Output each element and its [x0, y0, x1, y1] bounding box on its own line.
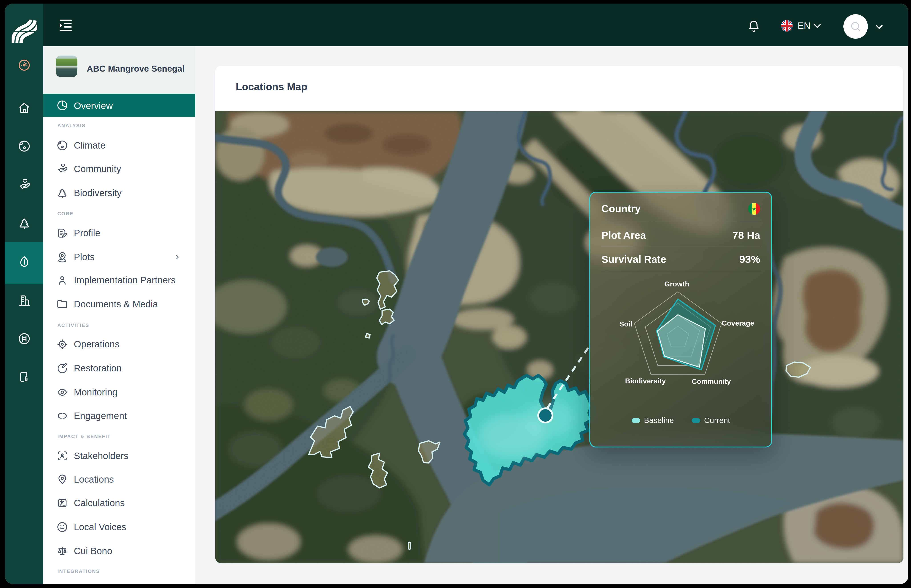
svg-text:Coverage: Coverage: [722, 319, 754, 327]
svg-text:Biodiversity: Biodiversity: [625, 377, 665, 385]
svg-text:Soil: Soil: [619, 320, 633, 328]
svg-text:Community: Community: [692, 377, 731, 385]
svg-text:Growth: Growth: [664, 280, 689, 288]
